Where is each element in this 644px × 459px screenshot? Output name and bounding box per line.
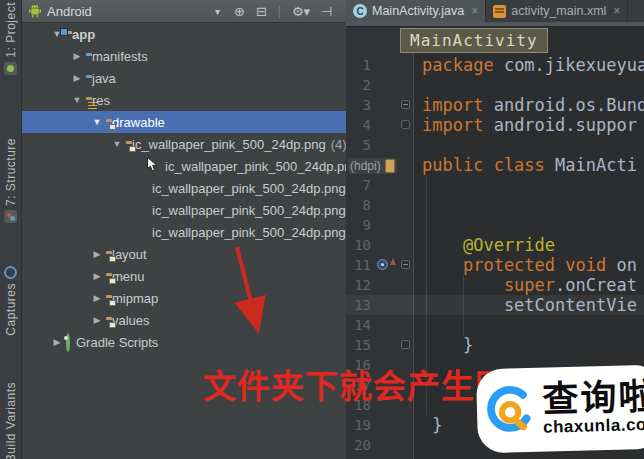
tree-row[interactable]: ▼ic_wallpaper_pink_500_24dp.png(4) — [22, 133, 346, 155]
tree-collapse-arrow-icon[interactable]: ▶ — [68, 51, 86, 61]
fold-end-icon[interactable] — [401, 120, 410, 129]
tab-label: MainActivity.java — [372, 4, 464, 18]
tree-row-label: manifests — [92, 49, 148, 64]
tool-window-button-project[interactable]: 1: Project — [0, 2, 21, 75]
code-line: 5 — [346, 135, 644, 155]
fold-start-icon[interactable] — [401, 260, 410, 269]
override-method-icon[interactable] — [377, 259, 388, 270]
project-label: 1: Project — [4, 2, 18, 58]
tree-row-label: java — [92, 71, 116, 86]
tab-label: activity_main.xml — [511, 4, 606, 18]
code-token: android.suppor — [494, 115, 637, 135]
hide-panel-icon[interactable]: ⊣ — [321, 5, 332, 18]
code-token: import — [422, 115, 494, 135]
tree-row[interactable]: ▶java — [22, 67, 346, 89]
tool-window-button-structure[interactable]: 7: Structure — [0, 138, 21, 223]
code-line: 12super.onCreat — [346, 275, 644, 295]
code-text: super.onCreat — [413, 275, 644, 295]
code-text: package com.jikexueyua — [413, 55, 644, 75]
xml-icon — [493, 5, 506, 18]
tree-row-count-badge: (4) — [331, 137, 347, 152]
tree-row-label: app — [72, 27, 95, 42]
tree-collapse-arrow-icon[interactable]: ▶ — [88, 315, 106, 325]
gutter-cell — [371, 175, 413, 195]
line-number: 20 — [346, 437, 371, 453]
project-view-selector[interactable]: Android ▾ — [28, 4, 220, 19]
editor-tab-activity_main-xml[interactable]: activity_main.xml× — [486, 0, 628, 22]
gutter-cell — [371, 55, 413, 75]
line-number: 4 — [346, 117, 371, 133]
tool-window-button-build-variants[interactable]: Build Variants — [0, 382, 21, 459]
gutter-cell — [371, 255, 413, 275]
code-text: setContentVie — [413, 295, 644, 315]
tree-row-label: ic_wallpaper_pink_500_24dp.png — [152, 225, 346, 240]
gutter-cell — [371, 115, 413, 135]
tree-row-label: ic_wallpaper_pink_500_24dp.png — [152, 181, 346, 196]
lookup-popup-item[interactable]: MainActivity — [400, 28, 548, 53]
magnifier-q-logo — [484, 379, 539, 442]
captures-label: Captures — [4, 283, 18, 336]
tree-row-label: drawable — [112, 115, 165, 130]
line-number: 7 — [346, 177, 371, 193]
tree-collapse-arrow-icon[interactable]: ▶ — [88, 293, 106, 303]
project-tree: ▼app▶manifests▶java▼res▼drawable▼ic_wall… — [22, 23, 346, 353]
tree-row[interactable]: ▶mipmap — [22, 287, 346, 309]
tab-close-icon[interactable]: × — [471, 4, 478, 18]
tree-row-label: ic_wallpaper_pink_500_24dp.png — [132, 137, 326, 152]
tree-expand-arrow-icon[interactable]: ▼ — [68, 95, 86, 105]
android-studio-window: { "activity_bar": { "items": [ {"name": … — [0, 0, 644, 459]
line-number: 13 — [346, 297, 371, 313]
tree-row-label: ic_wallpaper_pink_500_24dp.png — [152, 203, 346, 218]
override-arrow-icon — [390, 258, 396, 265]
gradle-icon — [66, 335, 70, 350]
tree-row[interactable]: ▼res — [22, 89, 346, 111]
code-line: 14 — [346, 315, 644, 335]
tree-row[interactable]: ▶manifests — [22, 45, 346, 67]
tree-row[interactable]: ic_wallpaper_pink_500_24dp.png — [22, 177, 346, 199]
tree-row[interactable]: ▶menu — [22, 265, 346, 287]
tree-collapse-arrow-icon[interactable]: ▶ — [68, 73, 86, 83]
toolbar-divider: | — [278, 4, 281, 18]
tree-row[interactable]: ▼app — [22, 23, 346, 45]
tab-close-icon[interactable]: × — [613, 4, 620, 18]
editor-tab-MainActivity-java[interactable]: CMainActivity.java× — [346, 0, 486, 22]
tree-collapse-arrow-icon[interactable]: ▶ — [88, 271, 106, 281]
line-number: 9 — [346, 217, 371, 233]
line-number: 12 — [346, 277, 371, 293]
tree-row[interactable]: ic_wallpaper_pink_500_24dp.png — [22, 155, 346, 177]
class-icon: C — [353, 4, 367, 18]
code-line: 13setContentVie — [346, 295, 644, 315]
fold-end-icon[interactable] — [401, 340, 410, 349]
tool-window-button-captures[interactable]: Captures — [0, 266, 21, 336]
tree-row[interactable]: ▼drawable — [22, 111, 346, 133]
watermark: 查询啦 chaxunla.com — [476, 365, 644, 454]
line-number: 14 — [346, 317, 371, 333]
project-panel-header: Android ▾ ⊕⊟|⚙▾⊣ — [22, 0, 346, 23]
tree-row[interactable]: ▶values — [22, 309, 346, 331]
locate-icon[interactable]: ⊕ — [234, 5, 245, 18]
line-number: 10 — [346, 237, 371, 253]
tree-row[interactable]: ▶layout — [22, 243, 346, 265]
drawable-density-qualifier: (hdpi) — [348, 158, 397, 174]
collapse-all-icon[interactable]: ⊟ — [256, 5, 267, 18]
settings-icon[interactable]: ⚙▾ — [292, 5, 310, 18]
fold-start-icon[interactable] — [401, 100, 410, 109]
gutter-cell — [371, 435, 413, 455]
watermark-text: 查询啦 chaxunla.com — [542, 379, 644, 438]
tree-row[interactable]: ic_wallpaper_pink_500_24dp.png — [22, 221, 346, 243]
gutter-cell — [371, 215, 413, 235]
tree-row-label: values — [112, 313, 150, 328]
tree-collapse-arrow-icon[interactable]: ▶ — [88, 249, 106, 259]
code-text: protected void on — [413, 255, 644, 275]
line-number: 1 — [346, 57, 371, 73]
code-line: 8 — [346, 195, 644, 215]
code-text: import android.suppor — [413, 115, 644, 135]
tree-row[interactable]: ic_wallpaper_pink_500_24dp.png — [22, 199, 346, 221]
tree-expand-arrow-icon[interactable]: ▼ — [108, 139, 126, 149]
code-token: com.jikexueyua — [504, 55, 644, 75]
code-token: package — [422, 55, 504, 75]
code-line: 1package com.jikexueyua — [346, 55, 644, 75]
tree-expand-arrow-icon[interactable]: ▼ — [88, 117, 106, 127]
chevron-down-icon: ▾ — [215, 6, 220, 17]
tree-row[interactable]: ▶Gradle Scripts — [22, 331, 346, 353]
